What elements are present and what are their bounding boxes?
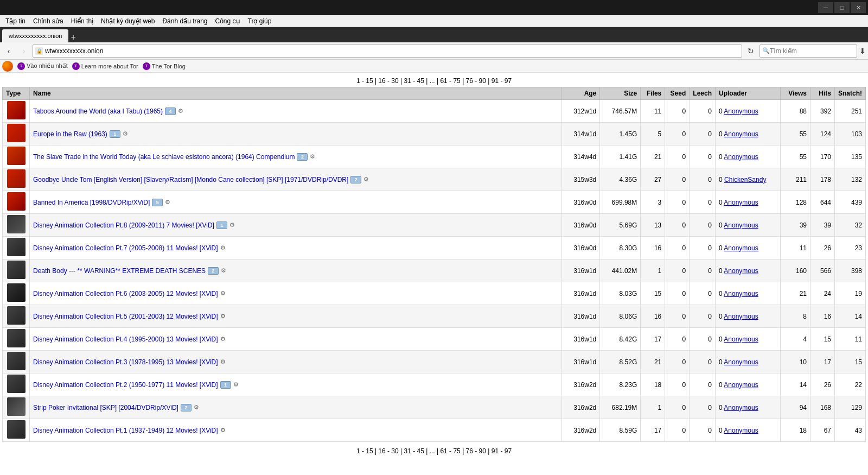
active-tab[interactable]: wtwxxxxxxxxx.onion [2, 29, 68, 42]
torrent-title-link[interactable]: The Slave Trade in the World Today (aka … [33, 153, 295, 161]
badge-group: 1 [220, 381, 231, 389]
magnet-icon[interactable]: ⚙ [220, 290, 228, 297]
col-age[interactable]: Age [562, 87, 600, 100]
age-cell: 314w4d [562, 145, 600, 168]
size-cell: 8.23G [600, 373, 641, 396]
magnet-icon[interactable]: ⚙ [123, 130, 130, 138]
bookmark-vaonhieunhat[interactable]: T Vào nhiều nhất [17, 62, 68, 70]
magnet-icon[interactable]: ⚙ [363, 176, 371, 183]
torrent-title-link[interactable]: Disney Animation Collection Pt.1 (1937-1… [33, 427, 218, 434]
torrent-title-link[interactable]: Goodbye Uncle Tom [English Version] [Sla… [33, 176, 348, 183]
uploader-link[interactable]: Anonymous [724, 335, 758, 343]
uploader-link[interactable]: Anonymous [724, 358, 758, 366]
torrent-title-link[interactable]: Taboos Around the World (aka I Tabu) (19… [33, 107, 163, 115]
torrent-title-link[interactable]: Disney Animation Collection Pt.6 (2003-2… [33, 290, 218, 297]
uploader-link[interactable]: Anonymous [724, 107, 758, 115]
magnet-icon[interactable]: ⚙ [310, 153, 317, 161]
torrent-badge[interactable]: 2 [208, 267, 219, 275]
bookmark-label-2: Learn more about Tor [81, 63, 138, 69]
refresh-button[interactable]: ↻ [744, 45, 757, 58]
torrent-badge[interactable]: 1 [216, 221, 227, 229]
bookmark-label-1: Vào nhiều nhất [27, 62, 68, 69]
torrent-badge[interactable]: 1 [220, 381, 231, 389]
uploader-link[interactable]: Anonymous [724, 290, 758, 297]
magnet-icon[interactable]: ⚙ [221, 267, 228, 275]
menu-hienthi[interactable]: Hiển thị [68, 16, 97, 26]
torrent-title-link[interactable]: Europe in the Raw (1963) [33, 130, 107, 138]
menu-nhatky[interactable]: Nhật ký duyệt web [98, 16, 158, 26]
magnet-icon[interactable]: ⚙ [220, 313, 228, 320]
maximize-button[interactable]: □ [834, 2, 850, 13]
torrent-title-link[interactable]: Disney Animation Collection Pt.7 (2005-2… [33, 244, 218, 252]
bookmark-learntor[interactable]: T Learn more about Tor [72, 62, 138, 70]
col-leech[interactable]: Leech [690, 87, 716, 100]
magnet-icon[interactable]: ⚙ [165, 199, 173, 206]
uploader-link[interactable]: Anonymous [724, 267, 758, 275]
torrent-title-link[interactable]: Disney Animation Collection Pt.5 (2001-2… [33, 313, 218, 320]
col-seed[interactable]: Seed [665, 87, 690, 100]
seed-cell: 0 [665, 373, 690, 396]
search-input[interactable] [770, 47, 854, 55]
torrent-badge[interactable]: 2 [350, 176, 361, 183]
magnet-icon[interactable]: ⚙ [220, 244, 228, 252]
uploader-link[interactable]: Anonymous [724, 130, 758, 138]
col-type[interactable]: Type [3, 87, 30, 100]
torrent-title-link[interactable]: Disney Animation Collection Pt.8 (2009-2… [33, 221, 214, 229]
name-cell: Disney Animation Collection Pt.8 (2009-2… [30, 214, 562, 237]
col-uploader[interactable]: Uploader [715, 87, 780, 100]
menu-taptin[interactable]: Tập tin [2, 16, 29, 26]
col-views[interactable]: Views [780, 87, 810, 100]
leech-val: 0 [719, 244, 724, 252]
torrent-title-link[interactable]: Death Body --- ** WARNING** EXTREME DEAT… [33, 267, 206, 275]
hits-cell: 24 [810, 282, 834, 305]
torrent-badge[interactable]: 5 [152, 199, 163, 206]
magnet-icon[interactable]: ⚙ [220, 358, 228, 366]
uploader-link[interactable]: Anonymous [724, 153, 758, 161]
uploader-link[interactable]: Anonymous [724, 404, 758, 411]
uploader-link[interactable]: Anonymous [724, 221, 758, 229]
uploader-link[interactable]: Anonymous [724, 199, 758, 206]
minimize-button[interactable]: ─ [818, 2, 833, 13]
magnet-icon[interactable]: ⚙ [194, 404, 201, 411]
torrent-badge[interactable]: 2 [181, 404, 192, 411]
uploader-link[interactable]: Anonymous [724, 244, 758, 252]
back-button[interactable]: ‹ [2, 45, 15, 58]
new-tab-button[interactable]: + [71, 33, 75, 42]
torrent-title-link[interactable]: Disney Animation Collection Pt.3 (1978-1… [33, 358, 218, 366]
magnet-icon[interactable]: ⚙ [220, 427, 228, 434]
menu-danhDAU[interactable]: Đánh dấu trang [159, 16, 210, 26]
forward-button[interactable]: › [17, 45, 30, 58]
torrent-title-link[interactable]: Banned In America [1998/DVDRip/XViD] [33, 199, 150, 206]
col-files[interactable]: Files [641, 87, 665, 100]
torrent-badge[interactable]: 4 [165, 107, 176, 115]
views-cell: 39 [780, 214, 810, 237]
close-button[interactable]: ✕ [851, 2, 866, 13]
torrent-title-link[interactable]: Strip Poker Invitational [SKP] [2004/DVD… [33, 404, 178, 411]
uploader-link[interactable]: ChickenSandy [724, 176, 766, 183]
col-name[interactable]: Name [30, 87, 562, 100]
address-input[interactable] [45, 47, 739, 55]
magnet-icon[interactable]: ⚙ [178, 107, 186, 115]
torrent-badge[interactable]: 1 [110, 130, 120, 138]
size-cell: 746.57M [600, 100, 641, 123]
col-hits[interactable]: Hits [810, 87, 834, 100]
downloads-icon[interactable]: ⬇ [859, 47, 866, 55]
bookmark-torblog[interactable]: T The Tor Blog [143, 62, 186, 70]
magnet-icon[interactable]: ⚙ [233, 381, 241, 389]
menu-congcu[interactable]: Công cụ [212, 16, 244, 26]
uploader-link[interactable]: Anonymous [724, 313, 758, 320]
col-size[interactable]: Size [600, 87, 641, 100]
uploader-link[interactable]: Anonymous [724, 381, 758, 389]
uploader-cell: 0 Anonymous [715, 237, 780, 259]
torrent-title-link[interactable]: Disney Animation Collection Pt.4 (1995-2… [33, 335, 218, 343]
badge-group: 5 [152, 199, 163, 206]
menu-chinhtia[interactable]: Chỉnh sửa [30, 16, 67, 26]
torrent-badge[interactable]: 2 [297, 153, 308, 161]
torrent-title-link[interactable]: Disney Animation Collection Pt.2 (1950-1… [33, 381, 218, 389]
menu-trogiup[interactable]: Trợ giúp [245, 16, 275, 26]
col-snatch[interactable]: Snatch! [834, 87, 865, 100]
age-cell: 316w2d [562, 396, 600, 419]
magnet-icon[interactable]: ⚙ [229, 221, 237, 229]
uploader-link[interactable]: Anonymous [724, 427, 758, 434]
magnet-icon[interactable]: ⚙ [220, 335, 228, 343]
